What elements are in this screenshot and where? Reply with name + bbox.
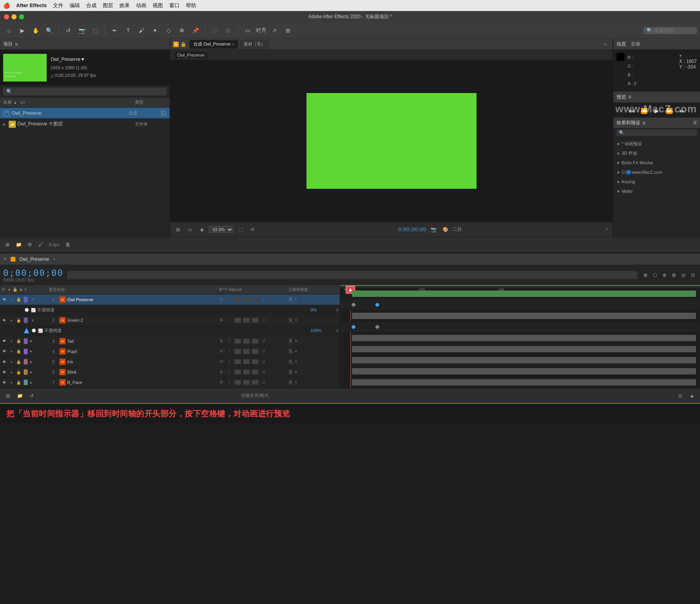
tl-bottom-icon-3[interactable]: ↺ xyxy=(27,391,36,401)
tl-eye-7[interactable]: 👁 xyxy=(2,380,7,385)
tl-parent-arrow-3[interactable]: ▼ xyxy=(294,339,298,343)
tl-eye-1[interactable]: 👁 xyxy=(2,297,7,302)
home-icon[interactable]: ⌂ xyxy=(3,25,14,36)
clone-tool-icon[interactable]: ✦ xyxy=(149,25,161,36)
tl-bottom-icon-4[interactable]: ◎ xyxy=(675,391,685,401)
effects-item-keying[interactable]: ▶ Keying xyxy=(613,177,700,186)
effects-search-input[interactable] xyxy=(617,129,697,136)
camera-tool-icon[interactable]: 📷 xyxy=(76,25,87,36)
tl-expand-3[interactable]: ▶ xyxy=(30,339,32,343)
tl-solo-3[interactable]: ● xyxy=(9,338,14,344)
tl-icon-3[interactable]: ⊕ xyxy=(660,271,668,279)
comp-sub-tab-owl[interactable]: Owl_Preserve xyxy=(174,52,208,58)
close-button[interactable] xyxy=(4,14,9,19)
tl-opt-loop-2[interactable]: ↺ xyxy=(261,317,266,323)
tl-opt-loop-5[interactable]: ↺ xyxy=(261,359,266,365)
selection-rect-icon[interactable]: ⬚ xyxy=(90,25,101,36)
zoom-tool-icon[interactable]: 🔍 xyxy=(44,25,55,36)
project-menu-icon[interactable]: ≡ xyxy=(15,42,18,47)
tl-lock-1[interactable]: 🔒 xyxy=(16,297,21,302)
viewer-display-icon[interactable]: ▭ xyxy=(185,225,195,234)
tl-bottom-icon-1[interactable]: ⊞ xyxy=(3,391,13,401)
tl-bar-blink[interactable] xyxy=(352,368,696,374)
tl-parent-arrow-2[interactable]: ▼ xyxy=(294,318,298,322)
eraser-tool-icon[interactable]: ◇ xyxy=(163,25,174,36)
tl-opt-slash-6[interactable]: / xyxy=(227,369,232,375)
tl-solo-6[interactable]: ● xyxy=(9,369,14,375)
tl-bar-pupil[interactable] xyxy=(352,346,696,352)
tl-opacity-clock-icon-2[interactable]: 🕐 xyxy=(31,328,36,333)
align-icon[interactable]: 对齐 xyxy=(255,25,267,36)
roto-tool-icon[interactable]: ⬡ xyxy=(209,25,220,36)
tl-opt-slash-2[interactable]: / xyxy=(227,317,232,323)
tl-eye-3[interactable]: 👁 xyxy=(2,338,7,344)
track-tool-icon[interactable]: ⊞ xyxy=(223,25,234,36)
tl-solo-1[interactable]: ● xyxy=(9,297,14,302)
tl-timecode-value[interactable]: 0;00;00;00 xyxy=(3,268,63,278)
menu-item-file[interactable]: 文件 xyxy=(53,2,63,9)
tl-expand-5[interactable]: ▶ xyxy=(30,360,32,364)
tl-opacity-value-1[interactable]: 0% xyxy=(310,308,334,312)
tl-lock-6[interactable]: 🔒 xyxy=(16,369,21,375)
tab-more-icon[interactable]: » xyxy=(602,40,609,48)
color-picker-icon[interactable]: 🎨 xyxy=(441,225,450,234)
tl-opt-loop-7[interactable]: ↺ xyxy=(261,380,266,385)
project-search-input[interactable] xyxy=(3,87,166,95)
hand-tool-icon[interactable]: ✋ xyxy=(30,25,41,36)
tl-opt-icon-4[interactable]: 单 xyxy=(219,349,224,354)
help-search[interactable]: 🔍 xyxy=(643,27,697,34)
tl-lock-7[interactable]: 🔒 xyxy=(16,380,21,385)
tl-menu-icon[interactable]: ≡ xyxy=(53,257,55,261)
tl-parent-arrow-7[interactable]: ▼ xyxy=(294,380,298,384)
preview-play-icon[interactable]: ▶ xyxy=(653,106,661,115)
preview-menu-icon[interactable]: ≡ xyxy=(628,94,631,100)
tl-layer-name-7[interactable]: B_Face xyxy=(67,380,82,385)
menu-item-window[interactable]: 窗口 xyxy=(169,2,180,9)
preview-next-icon[interactable]: ⏩ xyxy=(665,106,674,115)
pin-tool-icon[interactable]: 📌 xyxy=(190,25,201,36)
tl-layer-name-6[interactable]: Blink xyxy=(67,370,77,374)
menu-item-animation[interactable]: 动画 xyxy=(136,2,146,9)
tl-opt-slash-3[interactable]: / xyxy=(227,338,232,344)
tl-opt-icon-6[interactable]: 单 xyxy=(219,369,224,375)
tl-opt-loop-6[interactable]: ↺ xyxy=(261,369,266,375)
tl-bottom-icon-2[interactable]: 📁 xyxy=(15,391,25,401)
tl-layer-name-4[interactable]: Pupil xyxy=(67,349,77,354)
tl-icon-6[interactable]: ⊡ xyxy=(689,271,697,279)
tl-expand-1[interactable]: ▼ xyxy=(30,297,36,302)
menu-item-edit[interactable]: 编辑 xyxy=(70,2,80,9)
library-tab-label[interactable]: 库 xyxy=(693,120,697,126)
menu-item-view[interactable]: 视图 xyxy=(153,2,163,9)
tl-parent-arrow-1[interactable]: ▼ xyxy=(294,298,298,302)
fit-icon[interactable]: ⬚ xyxy=(236,225,245,234)
tl-opt-slash-1[interactable]: / xyxy=(227,297,232,302)
pen-tool-icon[interactable]: ✒ xyxy=(109,25,120,36)
tl-lock-2[interactable]: 🔒 xyxy=(16,317,21,323)
tl-solo-7[interactable]: ● xyxy=(9,380,14,385)
tl-layer-name-3[interactable]: Tail xyxy=(67,339,74,344)
settings-icon[interactable]: ⚙ xyxy=(25,240,34,249)
tl-expand-2[interactable]: ▼ xyxy=(30,317,36,323)
tl-lock-3[interactable]: 🔒 xyxy=(16,338,21,344)
tl-opt-slash-5[interactable]: / xyxy=(227,359,232,365)
expand-viewer-icon[interactable]: ↗ xyxy=(603,226,609,233)
camera-icon[interactable]: 📷 xyxy=(429,225,438,234)
effects-item-3d[interactable]: ▶ 3D 声道 xyxy=(613,148,700,158)
tl-solo-5[interactable]: ● xyxy=(9,359,14,365)
tl-opt-slash-4[interactable]: / xyxy=(227,349,232,354)
tl-lock-4[interactable]: 🔒 xyxy=(16,349,21,354)
tl-opacity-clock-icon[interactable]: 🕐 xyxy=(24,307,29,313)
toggle-transparency-icon[interactable]: ↺ xyxy=(248,225,257,234)
folder-new-icon[interactable]: 📁 xyxy=(14,240,23,249)
new-comp-icon[interactable]: ⊞ xyxy=(3,240,12,249)
menu-item-layer[interactable]: 图层 xyxy=(103,2,113,9)
effects-search-bar[interactable] xyxy=(613,129,700,139)
footage-tab[interactable]: 素材（无） xyxy=(240,40,269,49)
menu-item-help[interactable]: 帮助 xyxy=(186,2,196,9)
project-search-bar[interactable] xyxy=(0,85,170,97)
tl-eye-4[interactable]: 👁 xyxy=(2,349,7,354)
tl-bar-tail[interactable] xyxy=(352,335,696,341)
tl-expand-4[interactable]: ▶ xyxy=(30,349,32,353)
effects-item-boris[interactable]: ▶ Boris FX Mocha xyxy=(613,158,700,167)
viewer-options-icon[interactable]: ⊞ xyxy=(173,225,183,234)
